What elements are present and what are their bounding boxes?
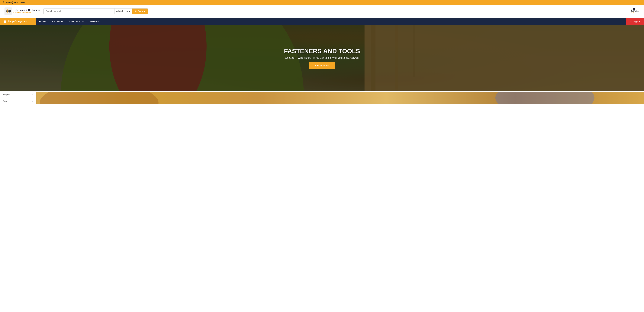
navbar: Shop Categories HOME CATALOG CONTACT US … xyxy=(0,18,644,26)
search-input[interactable] xyxy=(44,9,114,14)
svg-point-24 xyxy=(40,92,158,104)
phone-icon xyxy=(3,1,6,4)
phone-number: +44 (0)560 1139922 xyxy=(3,1,25,4)
cart-count: 0 xyxy=(633,8,635,11)
svg-point-25 xyxy=(496,92,594,104)
search-button[interactable]: Search xyxy=(132,9,148,14)
hero-overlay: FASTENERS AND TOOLS We Stock A Wide Vari… xyxy=(0,26,644,91)
logo[interactable]: L.D. Leigh & Co Limited Collated Fastene… xyxy=(4,8,40,15)
sign-in-button[interactable]: Sign In xyxy=(626,18,644,26)
hero-section: FASTENERS AND TOOLS We Stock A Wide Vari… xyxy=(0,26,644,91)
content-area: Staples › Brads › Pins › Nails › Fastene… xyxy=(0,26,644,91)
bottom-illustration xyxy=(0,92,644,104)
nav-catalog[interactable]: CATALOG xyxy=(49,18,66,26)
page-wrapper: +44 (0)560 1139922 L.D. Leigh & Co Limit… xyxy=(0,0,644,104)
user-icon xyxy=(630,20,632,23)
hero-title: FASTENERS AND TOOLS xyxy=(284,48,360,55)
hero-subtitle: We Stock A Wide Variety - If You Can't F… xyxy=(285,57,359,59)
nav-links: HOME CATALOG CONTACT US MORE ▾ xyxy=(36,18,626,26)
collection-dropdown[interactable]: All Collection ▾ xyxy=(114,9,132,14)
svg-rect-2 xyxy=(5,11,6,11)
chevron-down-icon: ▾ xyxy=(129,10,130,13)
cart-icon-wrap: 0 xyxy=(630,9,634,14)
category-brads[interactable]: Brads › xyxy=(0,98,36,104)
search-bar: All Collection ▾ Search xyxy=(43,8,148,14)
search-icon xyxy=(135,10,137,12)
categories-dropdown: Staples › Brads › Pins › Nails › Fastene… xyxy=(0,91,36,104)
svg-point-4 xyxy=(9,11,10,13)
chevron-down-icon: ▾ xyxy=(98,20,99,23)
top-bar: +44 (0)560 1139922 xyxy=(0,0,644,5)
nav-more[interactable]: MORE ▾ xyxy=(87,18,102,26)
bottom-section xyxy=(0,92,644,104)
nav-home[interactable]: HOME xyxy=(36,18,49,26)
hamburger-icon xyxy=(4,21,6,23)
shop-categories-button[interactable]: Shop Categories xyxy=(0,18,36,26)
chevron-right-icon: › xyxy=(32,94,33,96)
category-staples[interactable]: Staples › xyxy=(0,91,36,98)
logo-text: L.D. Leigh & Co Limited Collated Fastene… xyxy=(14,9,40,14)
chevron-right-icon: › xyxy=(32,100,33,102)
svg-rect-6 xyxy=(8,9,8,13)
shop-now-button[interactable]: SHOP NOW xyxy=(309,62,335,69)
svg-point-7 xyxy=(632,12,632,13)
nav-contact-us[interactable]: CONTACT US xyxy=(66,18,87,26)
header: L.D. Leigh & Co Limited Collated Fastene… xyxy=(0,5,644,18)
logo-icon xyxy=(4,8,12,15)
svg-point-9 xyxy=(631,21,632,21)
cart-button[interactable]: 0 Cart xyxy=(630,9,640,14)
svg-rect-5 xyxy=(6,9,7,13)
svg-point-8 xyxy=(634,12,634,13)
